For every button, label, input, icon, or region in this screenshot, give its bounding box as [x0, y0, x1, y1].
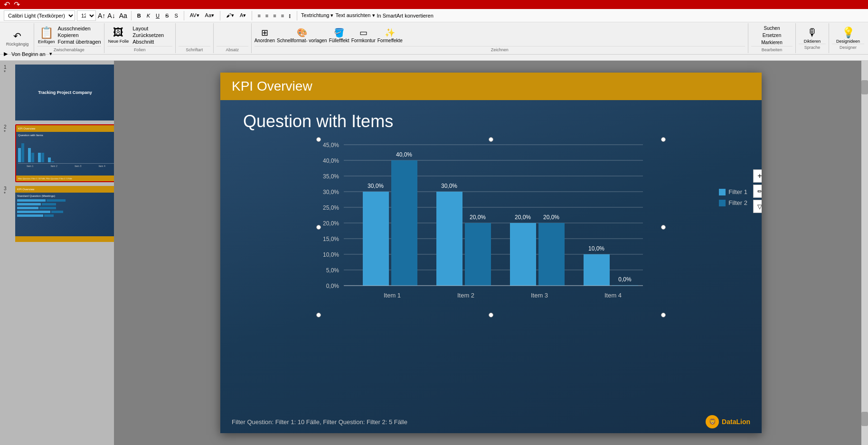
scroll-thumb-down[interactable] [861, 412, 868, 426]
slide-2-star: * [4, 130, 6, 135]
align-text-btn[interactable]: Text ausrichten ▾ [335, 12, 375, 19]
cut-button[interactable]: Ausschneiden [58, 26, 101, 31]
handle-middle-left[interactable] [316, 225, 321, 230]
font-color-icon[interactable]: A▾ [238, 12, 248, 19]
chart-add-btn[interactable]: + [753, 169, 762, 183]
chart-legend: Filter 1 Filter 2 [719, 188, 747, 206]
effects-button[interactable]: ✨ Formeffekte [377, 28, 403, 43]
slide-thumb-3[interactable]: KPI Overview Standard Question (Meetings… [15, 186, 114, 242]
slide-1-container: 1 * Tracking Project Company [4, 65, 110, 121]
main-slide: KPI Overview Question with Items [220, 73, 762, 433]
svg-text:20,0%: 20,0% [515, 214, 531, 221]
language-label: Sprache [799, 44, 826, 50]
dictate-label[interactable]: Diktieren [804, 39, 821, 44]
svg-text:0,0%: 0,0% [618, 276, 632, 283]
slide-footer: Filter Question: Filter 1: 10 Fälle, Fil… [220, 410, 762, 433]
new-slide-button[interactable]: 🖼 Neue Folie [107, 26, 130, 45]
slide-header-text: KPI Overview [232, 79, 312, 94]
redo-icon[interactable]: ↷ [14, 0, 20, 9]
logo-text: DataLion [722, 418, 750, 426]
slide-thumb-1[interactable]: Tracking Project Company [15, 65, 114, 121]
strikethrough-button[interactable]: S [163, 13, 170, 19]
case-icon[interactable]: Aa▾ [203, 12, 216, 19]
font-bar: Calibri Light (Textkörper) 12 A↑ A↓ Aa B… [0, 9, 868, 22]
playback-dropdown[interactable]: ▾ [49, 51, 52, 57]
arrange-button[interactable]: ⊞ Anordnen [255, 28, 275, 43]
slide-thumb-2[interactable]: KPI Overview Question with Items [15, 124, 114, 182]
slide-1-number: 1 [4, 65, 7, 70]
format-painter-button[interactable]: Format übertragen [58, 39, 101, 45]
highlight-icon[interactable]: 🖌▾ [224, 12, 236, 19]
font-family-select[interactable]: Calibri Light (Textkörper) [4, 10, 75, 21]
chart-container[interactable]: 0,0% 5,0% 10,0% 15,0% 20,0% 25,0% 30,0% … [320, 141, 662, 314]
svg-text:30,0%: 30,0% [323, 189, 339, 195]
handle-bottom-left[interactable] [316, 313, 321, 317]
scroll-thumb-up[interactable] [861, 80, 868, 94]
font-shrink-icon[interactable]: A↓ [107, 12, 115, 19]
font-grow-icon[interactable]: A↑ [98, 12, 105, 19]
select-button[interactable]: Markieren [761, 40, 782, 45]
handle-bottom-center[interactable] [489, 313, 493, 317]
bold-button[interactable]: B [135, 13, 143, 19]
quick-format-button[interactable]: 🎨 Schnellformat- vorlagen [277, 28, 327, 43]
design-ideas-label[interactable]: Designideen [836, 39, 860, 44]
search-button[interactable]: Suchen [764, 26, 780, 31]
text-direction-btn[interactable]: Textrichtung ▾ [301, 12, 333, 19]
svg-text:40,0%: 40,0% [323, 158, 339, 164]
bar-item3-filter2 [538, 223, 565, 286]
italic-button[interactable]: K [145, 13, 152, 19]
handle-bottom-right[interactable] [661, 313, 666, 317]
columns-icon[interactable]: ⫿ [287, 13, 293, 19]
svg-text:0,0%: 0,0% [326, 283, 340, 289]
paste-button[interactable]: 📋 Einfügen [37, 25, 56, 45]
align-left-icon[interactable]: ≡ [256, 13, 262, 19]
legend-label-filter1: Filter 1 [728, 188, 747, 195]
slide-3-number: 3 [4, 186, 7, 191]
align-center-icon[interactable]: ≡ [264, 13, 270, 19]
clipboard-label: Zwischenablage [37, 46, 101, 52]
slide-body: Question with Items 0,0% [220, 100, 762, 325]
handle-top-left[interactable] [316, 137, 321, 142]
change-case-icon[interactable]: Aa [119, 12, 127, 19]
slide-3-container: 3 * KPI Overview Standard Question (Meet… [4, 186, 110, 242]
vertical-scrollbar[interactable] [861, 61, 868, 445]
svg-text:30,0%: 30,0% [441, 183, 457, 189]
bar-item4-filter1 [584, 254, 610, 286]
legend-item-filter2: Filter 2 [719, 199, 747, 206]
section-button[interactable]: Abschnitt [132, 39, 164, 45]
underline-button[interactable]: U [154, 13, 161, 19]
font-size-select[interactable]: 12 [77, 10, 96, 21]
smartart-btn[interactable]: In SmartArt konvertieren [377, 13, 434, 19]
svg-text:20,0%: 20,0% [543, 214, 559, 221]
chart-edit-btn[interactable]: ✏ [753, 185, 762, 198]
font-spacing-icon[interactable]: AV▾ [188, 12, 201, 19]
slide-2-container: 2 * KPI Overview Question with Items [4, 124, 110, 182]
handle-top-right[interactable] [661, 137, 666, 142]
thumb2-header-text: KPI Overview [18, 127, 35, 130]
playback-btn[interactable]: ▶ [4, 51, 8, 57]
editing-label: Bearbeiten [751, 46, 793, 52]
bar-item1-filter2 [391, 160, 417, 286]
layout-button[interactable]: Layout [132, 26, 164, 31]
shadow-button[interactable]: S [172, 13, 179, 19]
bar-item2-filter2 [465, 223, 491, 286]
slide-area: KPI Overview Question with Items [114, 61, 868, 445]
align-right-icon[interactable]: ≡ [272, 13, 277, 19]
chart-filter-btn[interactable]: ▽ [753, 200, 762, 213]
replace-button[interactable]: Ersetzen [763, 33, 781, 38]
slide-header: KPI Overview [220, 73, 762, 100]
drawing-label: Zeichnen [255, 46, 745, 52]
handle-middle-right[interactable] [661, 225, 666, 230]
footer-text: Filter Question: Filter 1: 10 Fälle, Fil… [232, 418, 407, 426]
outline-button[interactable]: ▭ Formkontur [351, 28, 376, 43]
undo-button[interactable]: ↶ [13, 30, 21, 42]
reset-button[interactable]: Zurücksetzen [132, 32, 164, 38]
fill-button[interactable]: 🪣 Füllefffekt [329, 28, 349, 43]
undo-icon[interactable]: ↶ [4, 0, 10, 9]
copy-button[interactable]: Kopieren [58, 32, 101, 38]
handle-top-center[interactable] [489, 137, 493, 142]
justify-icon[interactable]: ≡ [280, 13, 285, 19]
toolbar: ↶ ↷ Calibri Light (Textkörper) 12 A↑ A↓ … [0, 0, 868, 47]
slides-label: Folien [107, 46, 172, 52]
svg-text:25,0%: 25,0% [323, 204, 339, 211]
